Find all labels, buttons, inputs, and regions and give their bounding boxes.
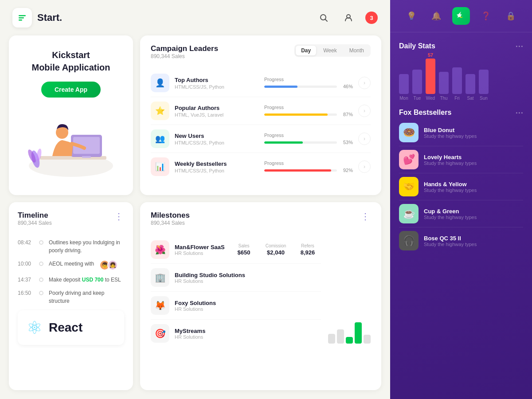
nav-idea-icon[interactable]: 💡 (403, 7, 420, 25)
milestone-row[interactable]: 🏢 Building Studio Solutions HR Solutions (151, 264, 321, 292)
timeline-dot (39, 240, 43, 245)
fox-bestsellers-menu[interactable]: ⋯ (515, 108, 523, 117)
mini-bar (364, 335, 371, 344)
bestseller-name: Blue Donut (424, 127, 523, 133)
fox-bestsellers-title: Fox Bestsellers ⋯ (399, 108, 523, 117)
milestone-sales: Sales $650 (231, 243, 257, 256)
chart-bar-wrap: Thu (439, 64, 449, 101)
progress-track (264, 113, 337, 116)
bestseller-item[interactable]: 💕 Lovely Hearts Study the highway types (399, 146, 523, 173)
milestone-name: Building Studio Solutions (175, 272, 321, 278)
timeline-items: 08:42 Outlines keep you Indulging in poo… (18, 239, 124, 305)
nav-lock-icon[interactable]: 🔒 (502, 7, 520, 25)
milestone-info: Building Studio Solutions HR Solutions (175, 272, 321, 284)
bestseller-info: Bose QC 35 II Study the highway types (424, 235, 523, 247)
progress-bar-row: 46% (264, 84, 353, 89)
timeline-menu-icon[interactable]: ⋮ (114, 211, 124, 222)
nav-notification-icon[interactable]: 🔔 (427, 7, 445, 25)
leader-tags: HTML/CSS/JS, Python (175, 140, 259, 145)
milestone-row[interactable]: 🎯 MyStreams HR Solutions (151, 320, 321, 347)
bestseller-item[interactable]: ☕ Cup & Green Study the highway types (399, 200, 523, 227)
chart-day-label: Wed (426, 96, 435, 101)
milestone-info: Foxy Solutions HR Solutions (175, 300, 321, 312)
chart-day-label: Sat (467, 96, 473, 101)
leader-arrow[interactable]: › (358, 160, 371, 173)
milestone-icon: 🌺 (151, 240, 169, 259)
leader-row[interactable]: 📊 Weekly Bestsellers HTML/CSS/JS, Python… (151, 153, 371, 180)
notification-badge[interactable]: 3 (365, 12, 378, 24)
daily-stats-menu[interactable]: ⋯ (515, 41, 523, 51)
progress-bar-row: 53% (264, 140, 353, 145)
mini-bar (355, 322, 362, 344)
bestseller-thumb: 🎧 (399, 231, 419, 250)
bestseller-thumb: 🍩 (399, 123, 419, 142)
milestones-menu-icon[interactable]: ⋮ (361, 211, 371, 222)
nav-help-icon[interactable]: ❓ (477, 7, 495, 25)
peak-label: 57 (428, 52, 433, 58)
milestones-card: Milestones 890,344 Sales ⋮ 🌺 Man&Flower … (140, 202, 381, 390)
timeline-dot (39, 262, 43, 266)
milestone-row[interactable]: 🌺 Man&Flower SaaS HR Solutions Sales $65… (151, 236, 321, 264)
user-icon[interactable] (340, 10, 356, 26)
timeline-item: 14:37 Make deposit USD 700 to ESL (18, 276, 124, 284)
progress-section: Progress 46% (264, 77, 353, 89)
leader-info: Top Authors HTML/CSS/JS, Python (175, 77, 259, 90)
milestone-sub: HR Solutions (175, 250, 225, 256)
bestseller-info: Lovely Hearts Study the highway types (424, 154, 523, 166)
daily-chart: Mon Tue 57 Wed Thu Fri Sat Sun (399, 56, 523, 101)
create-app-button[interactable]: Create App (41, 82, 101, 98)
progress-label: Progress (264, 77, 353, 82)
milestone-row[interactable]: 🦊 Foxy Solutions HR Solutions (151, 292, 321, 320)
chart-bar-wrap: 57 Wed (426, 52, 435, 101)
leader-arrow[interactable]: › (358, 133, 371, 145)
bestseller-thumb: 🤝 (399, 177, 419, 196)
progress-section: Progress 87% (264, 105, 353, 117)
milestones-content: 🌺 Man&Flower SaaS HR Solutions Sales $65… (151, 236, 371, 347)
chart-bar-wrap: Mon (399, 66, 409, 101)
sidebar-nav: 💡 🔔 ❓ 🔒 (390, 0, 532, 32)
leader-tags: HTML/CSS/JS, Python (175, 168, 259, 173)
timeline-card: Timeline 890,344 Sales ⋮ 08:42 Outlines … (9, 202, 133, 390)
milestone-info: MyStreams HR Solutions (175, 328, 321, 340)
bestseller-sub: Study the highway types (424, 188, 523, 193)
progress-pct: 53% (340, 140, 353, 145)
search-icon[interactable] (316, 10, 332, 26)
tab-day[interactable]: Day (296, 46, 316, 55)
bestseller-thumb: 💕 (399, 150, 419, 169)
leader-icon: 👤 (151, 74, 169, 92)
progress-fill (264, 113, 328, 116)
campaign-header: Campaign Leaders 890,344 Sales Day Week … (151, 44, 371, 66)
chart-day-label: Tue (414, 96, 421, 101)
leader-info: New Users HTML/CSS/JS, Python (175, 133, 259, 145)
tab-month[interactable]: Month (344, 46, 369, 55)
leader-name: Weekly Bestsellers (175, 160, 259, 167)
campaign-leaders-card: Campaign Leaders 890,344 Sales Day Week … (140, 35, 381, 195)
progress-bar-row: 87% (264, 112, 353, 117)
bestseller-item[interactable]: 🍩 Blue Donut Study the highway types (399, 119, 523, 146)
progress-section: Progress 92% (264, 160, 353, 173)
milestone-icon: 🎯 (151, 324, 169, 343)
leader-row[interactable]: ⭐ Popular Authors HTML, VueJS, Laravel P… (151, 97, 371, 125)
bestseller-item[interactable]: 🤝 Hands & Yellow Study the highway types (399, 173, 523, 200)
milestones-chart (328, 236, 371, 347)
milestone-name: MyStreams (175, 328, 321, 334)
chart-bar (399, 74, 409, 94)
progress-pct: 87% (340, 112, 353, 117)
leader-row[interactable]: 👤 Top Authors HTML/CSS/JS, Python Progre… (151, 69, 371, 97)
sidebar-content: Daily Stats ⋯ Mon Tue 57 Wed Thu Fri Sat… (390, 32, 532, 399)
bestseller-item[interactable]: 🎧 Bose QC 35 II Study the highway types (399, 227, 523, 254)
nav-fox-icon[interactable] (452, 7, 470, 25)
timeline-time: 14:37 (18, 276, 34, 283)
fox-bestsellers-section: Fox Bestsellers ⋯ 🍩 Blue Donut Study the… (399, 108, 523, 254)
leader-arrow[interactable]: › (358, 105, 371, 117)
leader-arrow[interactable]: › (358, 77, 371, 89)
tab-week[interactable]: Week (318, 46, 342, 55)
milestone-icon: 🦊 (151, 296, 169, 315)
progress-track (264, 141, 337, 144)
bestseller-sub: Study the highway types (424, 242, 523, 247)
leader-row[interactable]: 👥 New Users HTML/CSS/JS, Python Progress… (151, 125, 371, 153)
logo-icon (12, 8, 32, 27)
timeline-time: 08:42 (18, 239, 34, 246)
bestseller-name: Lovely Hearts (424, 154, 523, 160)
kickstart-title: Kickstart Mobile Application (31, 49, 110, 74)
